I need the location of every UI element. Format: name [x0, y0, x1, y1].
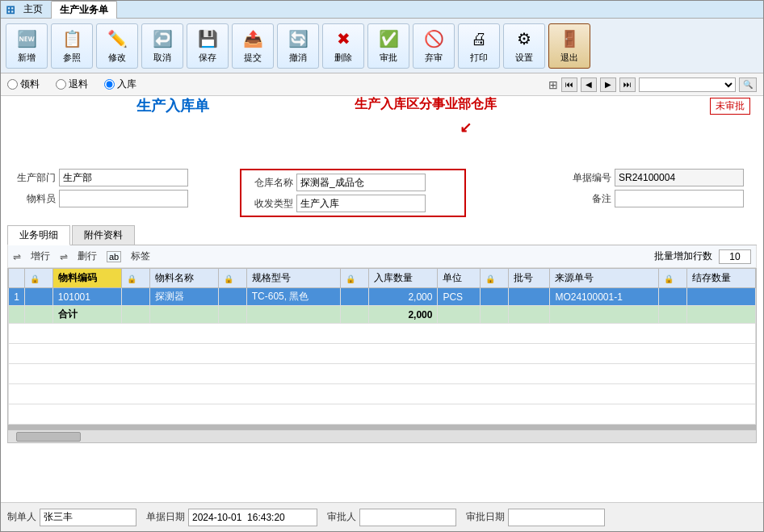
h-scrollbar-thumb[interactable]: [16, 432, 81, 442]
nav-last-button[interactable]: ⏭: [619, 77, 636, 92]
submit-icon: 📤: [241, 27, 264, 50]
nav-search-button[interactable]: 🔍: [739, 77, 757, 92]
form-center: 仓库名称 收发类型: [240, 169, 466, 217]
blue-annotation-label: 生产入库单: [136, 96, 209, 115]
row1-material-code[interactable]: 101001: [52, 288, 121, 306]
col-lock6-header: 🔒: [658, 269, 686, 288]
settings-button[interactable]: ⚙ 设置: [503, 23, 545, 69]
status-badge: 未审批: [710, 98, 750, 115]
row1-unit[interactable]: PCS: [438, 288, 481, 306]
radio-ruku[interactable]: 入库: [104, 77, 136, 91]
radio-tuoliao[interactable]: 退料: [56, 77, 88, 91]
total-empty1: [149, 306, 218, 324]
total-empty3: [438, 306, 481, 324]
total-qty: 2,000: [369, 306, 438, 324]
approve-date-label: 审批日期: [466, 510, 505, 524]
table-row[interactable]: 1 101001 探测器 TC-605, 黑色 2,000 PCS: [9, 288, 756, 306]
exit-button[interactable]: 🚪 退出: [548, 23, 590, 69]
add-button[interactable]: 🆕 新增: [6, 23, 48, 69]
total-lock2: [121, 306, 149, 324]
total-empty5: [550, 306, 658, 324]
revoke-button[interactable]: 🔄 撤消: [277, 23, 319, 69]
form-left: 生产部门 物料员: [7, 169, 233, 207]
tab-detail[interactable]: 业务明细: [7, 225, 70, 245]
active-tab[interactable]: 生产业务单: [51, 1, 117, 19]
add-row-icon: ⇌: [13, 251, 21, 262]
data-table: 🔒 物料编码 🔒 物料名称 🔒 规格型号 🔒 入库数量 单位 🔒 批号: [8, 268, 756, 425]
batch-input[interactable]: [719, 249, 751, 264]
row1-lock2: [121, 288, 149, 306]
abandon-label: 弃审: [425, 52, 443, 64]
table-body: 1 101001 探测器 TC-605, 黑色 2,000 PCS: [9, 288, 756, 425]
table-toolbar: ⇌ 增行 ⇌ 删行 ab 标签 批量增加行数: [7, 245, 757, 268]
footer: 制单人 单据日期 审批人 审批日期: [1, 502, 763, 531]
abandon-button[interactable]: 🚫 弃审: [413, 23, 455, 69]
tab-bar: 业务明细 附件资料: [7, 225, 757, 245]
footer-creator-field: 制单人: [7, 509, 136, 526]
doc-num-input[interactable]: [615, 169, 744, 186]
nav-next-button[interactable]: ▶: [600, 77, 616, 92]
nav-prev-button[interactable]: ◀: [581, 77, 597, 92]
total-empty4: [508, 306, 550, 324]
lock-icon-4: 🔒: [346, 274, 355, 283]
creator-input[interactable]: [40, 509, 136, 526]
approve-button[interactable]: ✅ 审批: [367, 23, 409, 69]
nav-first-button[interactable]: ⏮: [561, 77, 577, 92]
cancel-icon: ↩️: [151, 27, 174, 50]
material-staff-input[interactable]: [59, 190, 188, 207]
edit-icon: ✏️: [106, 27, 128, 50]
row1-qty[interactable]: 2,000: [369, 288, 438, 306]
submit-button[interactable]: 📤 提交: [232, 23, 274, 69]
exit-icon: 🚪: [558, 27, 581, 50]
approve-date-input[interactable]: [508, 509, 605, 526]
col-lock3-header: 🔒: [218, 269, 246, 288]
form-row-material-staff: 物料员: [7, 190, 233, 207]
lock-icon-1: 🔒: [30, 274, 40, 283]
delete-button[interactable]: ✖ 删除: [322, 23, 364, 69]
row1-stock[interactable]: [686, 288, 755, 306]
add-row-button[interactable]: 增行: [27, 249, 53, 264]
tag-icon: ab: [107, 251, 121, 262]
h-scrollbar[interactable]: [8, 429, 756, 442]
table-inner: 🔒 物料编码 🔒 物料名称 🔒 规格型号 🔒 入库数量 单位 🔒 批号: [8, 268, 756, 425]
row1-spec[interactable]: TC-605, 黑色: [246, 288, 341, 306]
home-tab[interactable]: 主页: [19, 1, 48, 18]
remark-input[interactable]: [615, 190, 744, 207]
ref-button[interactable]: 📋 参照: [51, 23, 93, 69]
nav-controls: ⊞ ⏮ ◀ ▶ ⏭ 🔍: [548, 77, 757, 92]
doc-date-input[interactable]: [188, 509, 317, 526]
revoke-label: 撤消: [289, 52, 307, 64]
row1-batch[interactable]: [508, 288, 550, 306]
print-button[interactable]: 🖨 打印: [458, 23, 500, 69]
row1-material-name[interactable]: 探测器: [149, 288, 218, 306]
col-lock2-header: 🔒: [121, 269, 149, 288]
col-lock4-header: 🔒: [341, 269, 369, 288]
total-lock1: [25, 306, 53, 324]
approve-icon: ✅: [377, 27, 400, 50]
edit-button[interactable]: ✏️ 修改: [96, 23, 138, 69]
tab-attachment[interactable]: 附件资料: [72, 225, 135, 245]
row1-source[interactable]: MO24100001-1: [550, 288, 658, 306]
total-lock4: [341, 306, 369, 324]
save-button[interactable]: 💾 保存: [187, 23, 229, 69]
table-header: 🔒 物料编码 🔒 物料名称 🔒 规格型号 🔒 入库数量 单位 🔒 批号: [9, 269, 756, 288]
delivery-type-input[interactable]: [296, 195, 426, 212]
table-scroll[interactable]: 🔒 物料编码 🔒 物料名称 🔒 规格型号 🔒 入库数量 单位 🔒 批号: [8, 268, 756, 429]
radio-lingliao[interactable]: 领料: [7, 77, 40, 91]
tag-button[interactable]: 标签: [128, 249, 153, 264]
approver-input[interactable]: [359, 509, 456, 526]
cancel-button[interactable]: ↩️ 取消: [141, 23, 183, 69]
warehouse-input[interactable]: [296, 174, 426, 191]
nav-select[interactable]: [639, 77, 736, 92]
row1-lock5: [480, 288, 508, 306]
app-icon: ⊞: [6, 3, 15, 16]
total-empty6: [686, 306, 755, 324]
form-row-delivery-type: 收发类型: [245, 195, 461, 212]
footer-doc-date-field: 单据日期: [146, 509, 317, 526]
dept-input[interactable]: [59, 169, 188, 186]
form-row-remark: 备注: [563, 190, 757, 207]
total-empty2: [246, 306, 341, 324]
exit-label: 退出: [560, 52, 578, 64]
delete-row-button[interactable]: 删行: [74, 249, 100, 264]
creator-label: 制单人: [7, 510, 36, 524]
